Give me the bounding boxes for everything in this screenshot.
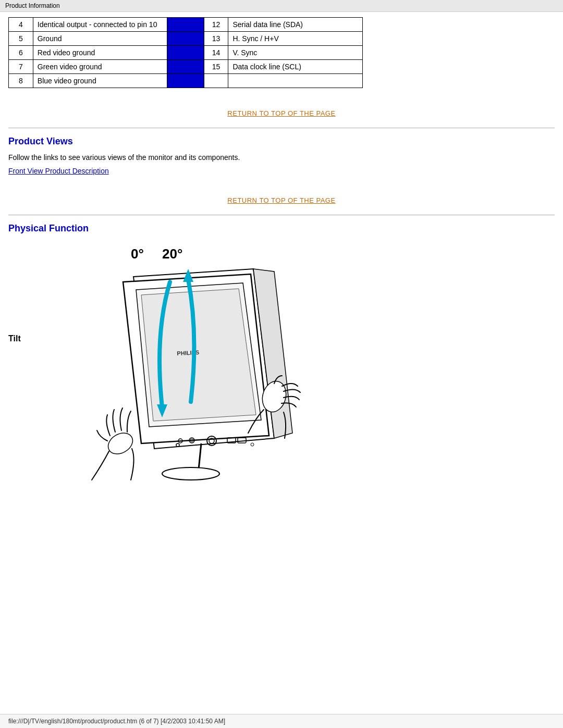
table-row: 4 Identical output - connected to pin 10… [9,18,363,32]
pin-num: 4 [9,18,33,32]
pin-desc [228,74,363,88]
pin-desc: Blue video ground [33,74,167,88]
pin-num: 5 [9,32,33,46]
pin-desc: Ground [33,32,167,46]
return-to-top-link-2[interactable]: RETURN TO TOP OF THE PAGE [227,196,335,204]
pin-num: 13 [204,32,228,46]
svg-text:0°: 0° [131,246,144,262]
pin-desc: Green video ground [33,60,167,74]
pin-num: 6 [9,46,33,60]
table-row: 6 Red video ground 14 V. Sync [9,46,363,60]
table-row: 8 Blue video ground [9,74,363,88]
left-hand [92,408,137,480]
pin-desc: H. Sync / H+V [228,32,363,46]
status-bar: file:///D|/TV/english/180mt/product/prod… [0,714,563,728]
tilt-svg: 0° 20° PHILIPS [50,240,311,511]
product-views-heading: Product Views [8,136,555,147]
tilt-label: Tilt [8,334,40,343]
top-bar-label: Product Information [5,2,60,9]
table-row: 5 Ground 13 H. Sync / H+V [9,32,363,46]
section-divider-2 [8,215,555,215]
section-divider-1 [8,128,555,128]
blue-fill [167,32,204,46]
return-link-container-2: RETURN TO TOP OF THE PAGE [8,186,555,212]
pin-num: 14 [204,46,228,60]
pin-desc: Red video ground [33,46,167,60]
pin-num: 15 [204,60,228,74]
status-bar-text: file:///D|/TV/english/180mt/product/prod… [8,718,225,725]
front-view-link[interactable]: Front View Product Description [8,167,109,175]
physical-function-heading: Physical Function [8,223,555,234]
pin-num [204,74,228,88]
return-to-top-link-1[interactable]: RETURN TO TOP OF THE PAGE [227,109,335,117]
pin-num: 7 [9,60,33,74]
pin-desc: Identical output - connected to pin 10 [33,18,167,32]
top-bar: Product Information [0,0,563,12]
pin-table: 4 Identical output - connected to pin 10… [8,17,363,88]
pin-desc: Data clock line (SCL) [228,60,363,74]
product-views-intro: Follow the links to see various views of… [8,153,555,162]
pin-num: 12 [204,18,228,32]
return-link-container-1: RETURN TO TOP OF THE PAGE [8,98,555,125]
pin-desc: V. Sync [228,46,363,60]
pin-num: 8 [9,74,33,88]
blue-fill [167,46,204,60]
physical-function-section: Physical Function Tilt 0° 20° [8,223,555,511]
table-row: 7 Green video ground 15 Data clock line … [9,60,363,74]
blue-fill [167,18,204,32]
product-views-section: Product Views Follow the links to see va… [8,136,555,186]
svg-point-16 [251,443,254,446]
blue-fill [167,74,204,88]
pin-desc: Serial data line (SDA) [228,18,363,32]
svg-text:20°: 20° [162,246,182,262]
svg-line-7 [199,443,201,470]
tilt-illustration: 0° 20° PHILIPS [50,240,311,511]
tilt-container: Tilt 0° 20° PHILIPS [8,240,555,511]
main-content: 4 Identical output - connected to pin 10… [0,12,563,532]
svg-point-8 [162,467,219,480]
blue-fill [167,60,204,74]
